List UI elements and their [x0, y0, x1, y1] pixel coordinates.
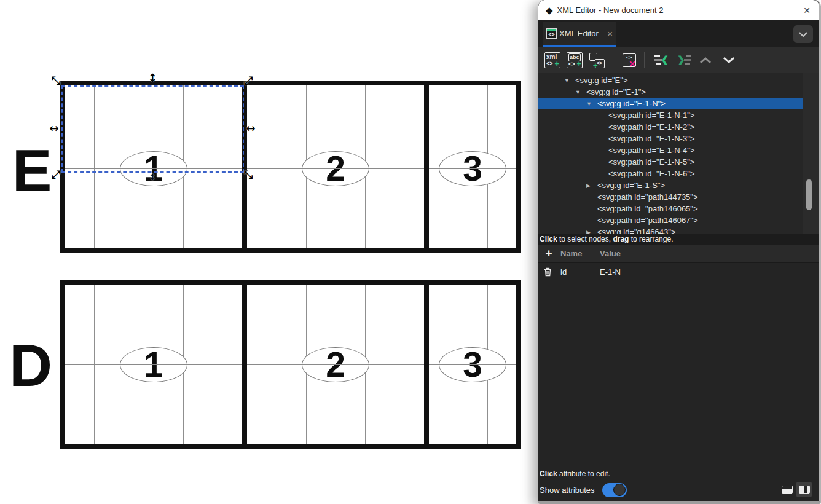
section-divider [424, 285, 429, 444]
window-title: XML Editor - New document 2 [557, 6, 803, 15]
new-element-node-button[interactable]: xml <> + [543, 51, 562, 69]
tree-node[interactable]: <svg:path id="E-1-N-2"> [538, 121, 803, 133]
attribute-hint-text: Click attribute to edit. [540, 470, 610, 478]
delete-cross-icon: ✕ [629, 60, 636, 68]
grid-line [94, 85, 95, 248]
selection-handle-e-icon[interactable]: ↔ [246, 123, 255, 134]
attributes-list: idE-1-N [538, 264, 819, 280]
vertical-split-icon [799, 486, 810, 494]
tree-node[interactable]: <svg:path id="path146067"> [538, 215, 803, 226]
tab-close-icon[interactable]: × [607, 28, 613, 39]
table-figure-D[interactable]: 123 [60, 280, 521, 449]
drawing-canvas[interactable]: E D 123 123 ⤡ ↕ ⤢ ↔ ↔ ⤢ ↕ ⤡ [0, 0, 538, 504]
new-text-node-button[interactable]: abc <> + [565, 51, 584, 69]
selection-handle-n-icon[interactable]: ↕ [147, 73, 157, 84]
tree-node[interactable]: <svg:path id="path144735"> [538, 191, 803, 203]
xml-tree-rows: ▼<svg:g id="E">▼<svg:g id="E-1">▼<svg:g … [538, 74, 803, 234]
tree-node[interactable]: <svg:path id="E-1-N-6"> [538, 168, 803, 179]
tree-node-label: <svg:path id="E-1-N-6"> [608, 169, 694, 178]
tree-node-label: <svg:path id="E-1-N-2"> [608, 122, 694, 132]
xml-editor-tab-icon: <> [546, 28, 557, 39]
tree-node-label: <svg:path id="E-1-N-1"> [608, 111, 694, 120]
tree-scrollbar-track[interactable] [803, 73, 819, 234]
tree-node[interactable]: ▶<svg:g id="E-1-S"> [538, 179, 803, 191]
toggle-knob [613, 484, 626, 496]
grid-midline [65, 364, 516, 365]
window-close-button[interactable]: ✕ [802, 6, 812, 15]
grid-midline [65, 168, 516, 169]
tree-node-label: <svg:path id="E-1-N-4"> [608, 146, 694, 155]
selection-handle-s-icon[interactable]: ↕ [149, 173, 156, 181]
tree-node-label: <svg:g id="g146643"> [597, 227, 675, 234]
expander-open-icon[interactable]: ▼ [564, 77, 575, 84]
move-node-up-button[interactable] [696, 51, 715, 69]
chevron-down-icon [798, 31, 808, 37]
layout-vertical-button[interactable] [796, 482, 812, 497]
grid-line [395, 85, 395, 248]
indent-node-button[interactable]: ❯ [675, 51, 694, 69]
window-titlebar[interactable]: ◆ XML Editor - New document 2 ✕ [538, 0, 819, 20]
selection-handle-ne-icon[interactable]: ⤢ [244, 75, 253, 86]
expander-closed-icon[interactable]: ▶ [586, 229, 597, 235]
selection-handle-nw-icon[interactable]: ⤡ [52, 75, 60, 86]
layout-horizontal-button[interactable] [779, 482, 795, 497]
section-divider [242, 85, 247, 248]
grid-line [213, 85, 213, 248]
tree-node[interactable]: ▼<svg:g id="E"> [538, 74, 803, 86]
tree-node-label: <svg:g id="E-1-S"> [597, 181, 665, 190]
tree-node-label: <svg:path id="path144735"> [597, 192, 698, 202]
delete-attribute-icon[interactable] [544, 267, 552, 279]
section-divider [242, 285, 247, 444]
plus-icon: + [593, 61, 598, 69]
toolbar-separator [644, 52, 645, 68]
selection-handle-se-icon[interactable]: ⤡ [244, 169, 253, 180]
tree-node[interactable]: ▼<svg:g id="E-1-N"> [538, 98, 803, 109]
tab-menu-button[interactable] [793, 25, 813, 43]
add-attribute-button[interactable]: + [543, 246, 554, 260]
tree-node-label: <svg:g id="E-1"> [586, 87, 646, 96]
attributes-header: + Name Value [538, 245, 819, 263]
tree-node[interactable]: ▶<svg:g id="g146643"> [538, 226, 803, 234]
dialog-tab-bar: <> XML Editor × [538, 20, 819, 47]
show-attributes-label: Show attributes [540, 486, 595, 495]
attribute-name[interactable]: id [560, 264, 567, 280]
chevron-up-icon [699, 56, 712, 65]
grid-line [277, 85, 277, 248]
attr-column-value: Value [600, 245, 621, 263]
tree-node[interactable]: <svg:path id="E-1-N-3"> [538, 133, 803, 144]
tree-scrollbar-thumb[interactable] [806, 179, 812, 210]
tree-node[interactable]: <svg:path id="E-1-N-1"> [538, 109, 803, 121]
show-attributes-toggle[interactable] [602, 483, 627, 497]
move-node-down-button[interactable] [720, 51, 738, 69]
selection-handle-sw-icon[interactable]: ⤢ [52, 169, 60, 180]
tree-node[interactable]: <svg:path id="E-1-N-4"> [538, 144, 803, 156]
unindent-node-button[interactable]: ❮ [652, 51, 670, 69]
plus-icon: + [576, 60, 581, 68]
tree-node-label: <svg:path id="E-1-N-5"> [608, 157, 694, 167]
tree-node-label: <svg:g id="E-1-N"> [597, 99, 666, 108]
xml-tree-view[interactable]: ▼<svg:g id="E">▼<svg:g id="E-1">▼<svg:g … [538, 73, 819, 234]
expander-open-icon[interactable]: ▼ [575, 89, 586, 95]
tab-xml-editor[interactable]: <> XML Editor × [543, 22, 616, 45]
tree-hint-text: Click to select nodes, drag to rearrange… [538, 234, 819, 245]
unindent-arrow-icon: ❮ [661, 55, 669, 64]
inkscape-logo-icon: ◆ [546, 5, 553, 16]
tree-node-label: <svg:g id="E"> [575, 76, 627, 85]
expander-closed-icon[interactable]: ▶ [586, 183, 597, 189]
section-divider [424, 85, 429, 248]
attribute-row[interactable]: idE-1-N [538, 264, 819, 280]
attribute-value[interactable]: E-1-N [600, 264, 621, 280]
selection-handle-w-icon[interactable]: ↔ [49, 123, 58, 134]
row-label-E[interactable]: E [10, 140, 53, 202]
tree-node[interactable]: <svg:path id="path146065"> [538, 203, 803, 215]
tree-node[interactable]: ▼<svg:g id="E-1"> [538, 86, 803, 98]
row-label-D[interactable]: D [9, 335, 52, 396]
table-figure-E[interactable]: 123 [60, 81, 521, 253]
xml-editor-window: ◆ XML Editor - New document 2 ✕ <> XML E… [538, 0, 821, 504]
expander-open-icon[interactable]: ▼ [586, 101, 597, 107]
tree-node[interactable]: <svg:path id="E-1-N-5"> [538, 156, 803, 168]
delete-node-button[interactable]: <> ✕ [620, 51, 638, 69]
attr-column-name: Name [560, 245, 582, 263]
duplicate-node-button[interactable]: <> + [587, 51, 606, 69]
plus-icon: + [554, 60, 559, 68]
